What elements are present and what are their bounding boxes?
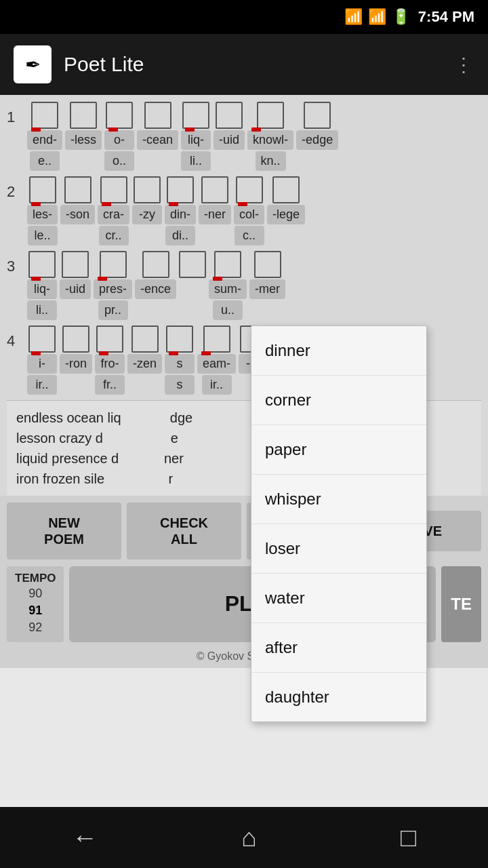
signal-icon: 📶 bbox=[368, 8, 386, 26]
word-chip[interactable]: -uid bbox=[214, 130, 245, 150]
word-chip[interactable]: -zy bbox=[132, 205, 162, 224]
checkbox[interactable] bbox=[131, 326, 159, 353]
word-chip[interactable]: -zen bbox=[127, 354, 162, 374]
home-button[interactable]: ⌂ bbox=[241, 823, 257, 852]
word-chip[interactable]: eam- bbox=[197, 354, 236, 374]
cell-group: eam- ir.. bbox=[197, 326, 236, 395]
dropdown-item-loser[interactable]: loser bbox=[251, 524, 426, 574]
word-chip[interactable]: -lege bbox=[267, 205, 305, 224]
checkbox[interactable] bbox=[142, 251, 169, 278]
checkbox[interactable] bbox=[96, 326, 123, 353]
word-chip[interactable]: knowl- bbox=[247, 130, 293, 150]
cell-group: liq- li.. bbox=[181, 102, 211, 171]
word-chip[interactable]: -ence bbox=[135, 279, 176, 299]
synth-button[interactable]: TE bbox=[441, 566, 481, 642]
checkbox[interactable] bbox=[28, 326, 56, 353]
word-chip-abbr[interactable]: o.. bbox=[104, 151, 134, 171]
checkbox[interactable] bbox=[166, 326, 193, 353]
word-chip[interactable]: -uid bbox=[60, 279, 91, 299]
word-chip[interactable]: sum- bbox=[209, 279, 247, 299]
word-chip[interactable]: end- bbox=[27, 130, 62, 150]
tempo-value-91[interactable]: 91 bbox=[28, 602, 42, 619]
word-chip-abbr[interactable]: ir.. bbox=[202, 375, 232, 395]
word-chip[interactable]: col- bbox=[234, 205, 264, 224]
word-chip[interactable]: o- bbox=[104, 130, 134, 150]
back-button[interactable]: ← bbox=[72, 823, 98, 852]
checkbox[interactable] bbox=[216, 102, 243, 129]
new-poem-button[interactable]: NEWPOEM bbox=[7, 502, 121, 559]
word-chip[interactable]: -edge bbox=[296, 130, 338, 150]
word-chip-abbr[interactable]: kn.. bbox=[256, 151, 286, 171]
row-3-cells: liq- li.. -uid pres- pr.. -ence sum- bbox=[27, 251, 481, 320]
word-chip[interactable]: -son bbox=[60, 205, 95, 224]
word-chip-abbr[interactable]: u.. bbox=[213, 300, 243, 320]
checkbox[interactable] bbox=[254, 251, 281, 278]
dropdown-item-corner[interactable]: corner bbox=[251, 376, 426, 425]
poem-row-1: 1 end- e.. -less o- o.. -cean bbox=[7, 102, 481, 171]
cell-group: -less bbox=[65, 102, 102, 171]
word-chip-abbr[interactable]: s bbox=[165, 375, 195, 395]
word-chip[interactable]: cra- bbox=[98, 205, 129, 224]
word-chip[interactable]: -cean bbox=[137, 130, 178, 150]
word-chip-abbr[interactable]: pr.. bbox=[98, 300, 128, 320]
checkbox[interactable] bbox=[100, 176, 127, 203]
word-chip[interactable]: i- bbox=[27, 354, 57, 374]
checkbox[interactable] bbox=[214, 251, 241, 278]
checkbox[interactable] bbox=[64, 176, 92, 203]
word-chip-abbr[interactable]: c.. bbox=[235, 226, 264, 245]
checkbox[interactable] bbox=[31, 102, 58, 129]
app-icon: ✒ bbox=[14, 45, 52, 83]
checkbox[interactable] bbox=[100, 251, 127, 278]
tempo-value-92[interactable]: 92 bbox=[28, 619, 42, 636]
dropdown-item-whisper[interactable]: whisper bbox=[251, 475, 426, 524]
word-chip-abbr[interactable]: li.. bbox=[27, 300, 57, 320]
checkbox[interactable] bbox=[167, 176, 194, 203]
word-chip-abbr[interactable]: le.. bbox=[28, 226, 58, 245]
checkbox[interactable] bbox=[203, 326, 230, 353]
word-chip[interactable]: liq- bbox=[181, 130, 211, 150]
dropdown-item-after[interactable]: after bbox=[251, 623, 426, 673]
checkbox[interactable] bbox=[144, 102, 171, 129]
checkbox[interactable] bbox=[28, 251, 56, 278]
cell-group: o- o.. bbox=[104, 102, 134, 171]
checkbox[interactable] bbox=[29, 176, 56, 203]
recents-button[interactable]: □ bbox=[401, 823, 416, 852]
checkbox[interactable] bbox=[179, 251, 206, 278]
word-chip-abbr[interactable]: e.. bbox=[30, 151, 60, 171]
word-chip[interactable]: -mer bbox=[249, 279, 285, 299]
word-chip[interactable]: -ner bbox=[199, 205, 231, 224]
poem-row-3: 3 liq- li.. -uid pres- pr.. -ence bbox=[7, 251, 481, 320]
dropdown-item-paper[interactable]: paper bbox=[251, 425, 426, 475]
word-chip[interactable]: -ron bbox=[60, 354, 92, 374]
word-chip[interactable]: s bbox=[165, 354, 195, 374]
dropdown-item-dinner[interactable]: dinner bbox=[251, 326, 426, 376]
word-chip-abbr[interactable]: di.. bbox=[165, 226, 195, 245]
word-chip-abbr[interactable]: fr.. bbox=[95, 375, 125, 395]
checkbox[interactable] bbox=[106, 102, 133, 129]
cell-group: les- le.. bbox=[27, 176, 58, 245]
tempo-value-90[interactable]: 90 bbox=[28, 585, 42, 602]
checkbox[interactable] bbox=[201, 176, 228, 203]
checkbox[interactable] bbox=[182, 102, 209, 129]
word-chip[interactable]: pres- bbox=[94, 279, 132, 299]
dropdown-item-daughter[interactable]: daughter bbox=[251, 673, 426, 722]
dropdown-item-water[interactable]: water bbox=[251, 574, 426, 623]
menu-button[interactable]: ⋮ bbox=[454, 54, 474, 76]
word-chip[interactable]: din- bbox=[165, 205, 196, 224]
check-all-button[interactable]: CHECKALL bbox=[127, 502, 241, 559]
word-chip[interactable]: liq- bbox=[27, 279, 57, 299]
word-chip[interactable]: -less bbox=[65, 130, 102, 150]
word-chip-abbr[interactable]: li.. bbox=[181, 151, 211, 171]
checkbox[interactable] bbox=[134, 176, 161, 203]
checkbox[interactable] bbox=[304, 102, 331, 129]
word-chip[interactable]: les- bbox=[27, 205, 58, 224]
checkbox[interactable] bbox=[62, 326, 89, 353]
word-chip-abbr[interactable]: ir.. bbox=[27, 375, 57, 395]
checkbox[interactable] bbox=[62, 251, 89, 278]
word-chip[interactable]: fro- bbox=[95, 354, 125, 374]
checkbox[interactable] bbox=[257, 102, 284, 129]
checkbox[interactable] bbox=[272, 176, 300, 203]
checkbox[interactable] bbox=[236, 176, 263, 203]
checkbox[interactable] bbox=[70, 102, 97, 129]
word-chip-abbr[interactable]: cr.. bbox=[99, 226, 129, 245]
